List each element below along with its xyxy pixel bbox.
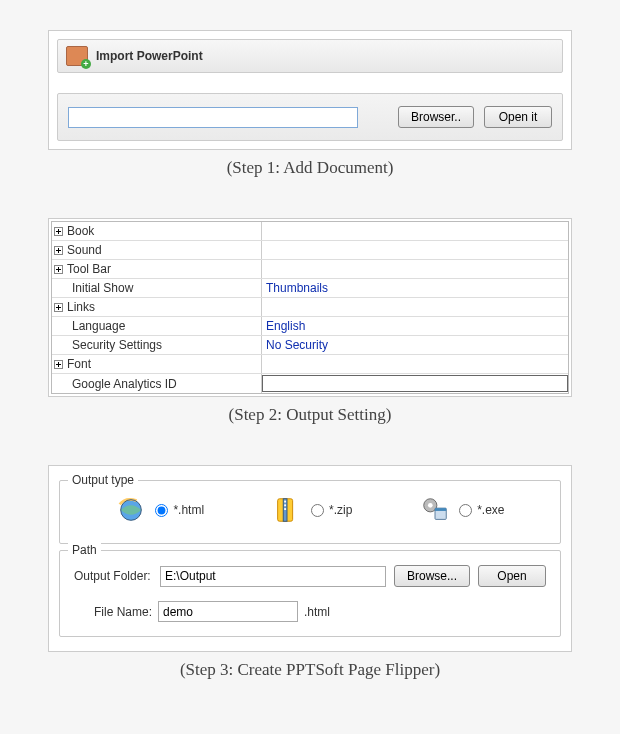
settings-key: Tool Bar — [67, 260, 111, 278]
expand-icon[interactable] — [54, 303, 63, 312]
settings-key: Font — [67, 355, 91, 373]
settings-key: Book — [67, 222, 94, 240]
settings-row[interactable]: Sound — [52, 241, 568, 260]
step3-caption: (Step 3: Create PPTSoft Page Flipper) — [30, 660, 590, 680]
step2-panel: BookSoundTool BarInitial ShowThumbnailsL… — [48, 218, 572, 397]
settings-row[interactable]: Google Analytics ID — [52, 374, 568, 393]
step2-caption: (Step 2: Output Setting) — [30, 405, 590, 425]
settings-value — [262, 241, 568, 259]
source-path-input[interactable] — [68, 107, 358, 128]
output-type-exe: *.exe — [419, 495, 504, 525]
output-type-zip: *.zip — [271, 495, 352, 525]
expand-icon[interactable] — [54, 360, 63, 369]
source-row: Browser.. Open it — [57, 93, 563, 141]
svg-rect-5 — [284, 504, 286, 506]
open-button[interactable]: Open it — [484, 106, 552, 128]
settings-value: Thumbnails — [262, 279, 568, 297]
file-name-label: File Name: — [94, 605, 152, 619]
file-name-input[interactable] — [158, 601, 298, 622]
expand-icon[interactable] — [54, 265, 63, 274]
settings-key: Links — [67, 298, 95, 316]
step3-panel: Output type *.html *.zip *.exe Path Outp… — [48, 465, 572, 652]
browse-button[interactable]: Browser.. — [398, 106, 474, 128]
step1-panel: Import PowerPoint Browser.. Open it — [48, 30, 572, 150]
output-type-html: *.html — [115, 495, 204, 525]
step1-caption: (Step 1: Add Document) — [30, 158, 590, 178]
expand-icon[interactable] — [54, 227, 63, 236]
settings-row[interactable]: Book — [52, 222, 568, 241]
settings-value — [262, 298, 568, 316]
settings-row[interactable]: Initial ShowThumbnails — [52, 279, 568, 298]
output-folder-label: Output Folder: — [74, 569, 152, 583]
settings-value — [262, 222, 568, 240]
radio-exe[interactable]: *.exe — [459, 503, 504, 517]
settings-value — [262, 260, 568, 278]
settings-key: Google Analytics ID — [72, 375, 177, 393]
settings-row[interactable]: LanguageEnglish — [52, 317, 568, 336]
settings-row[interactable]: Font — [52, 355, 568, 374]
svg-rect-6 — [284, 508, 286, 510]
settings-grid: BookSoundTool BarInitial ShowThumbnailsL… — [51, 221, 569, 394]
settings-value-input[interactable] — [262, 375, 568, 392]
browse-folder-button[interactable]: Browse... — [394, 565, 470, 587]
exe-gear-icon — [419, 495, 451, 525]
settings-key: Sound — [67, 241, 102, 259]
settings-key: Initial Show — [72, 279, 133, 297]
svg-point-8 — [428, 503, 433, 508]
path-legend: Path — [68, 543, 101, 557]
path-fieldset: Path Output Folder: Browse... Open File … — [59, 550, 561, 637]
svg-rect-10 — [435, 508, 446, 511]
open-folder-button[interactable]: Open — [478, 565, 546, 587]
globe-icon — [115, 495, 147, 525]
expand-icon[interactable] — [54, 246, 63, 255]
powerpoint-import-icon — [66, 46, 88, 66]
output-folder-input[interactable] — [160, 566, 386, 587]
radio-zip[interactable]: *.zip — [311, 503, 352, 517]
svg-rect-4 — [284, 501, 286, 503]
settings-value: English — [262, 317, 568, 335]
settings-value: No Security — [262, 336, 568, 354]
settings-key: Security Settings — [72, 336, 162, 354]
settings-row[interactable]: Tool Bar — [52, 260, 568, 279]
file-ext-label: .html — [304, 605, 330, 619]
settings-key: Language — [72, 317, 125, 335]
zip-icon — [271, 495, 303, 525]
radio-html[interactable]: *.html — [155, 503, 204, 517]
settings-value — [262, 355, 568, 373]
import-label: Import PowerPoint — [96, 49, 203, 63]
output-type-fieldset: Output type *.html *.zip *.exe — [59, 480, 561, 544]
import-button[interactable]: Import PowerPoint — [57, 39, 563, 73]
output-type-legend: Output type — [68, 473, 138, 487]
settings-row[interactable]: Security SettingsNo Security — [52, 336, 568, 355]
settings-row[interactable]: Links — [52, 298, 568, 317]
